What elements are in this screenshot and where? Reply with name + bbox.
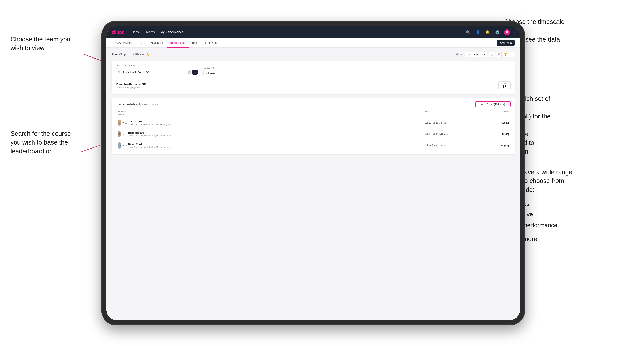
- grid-view-button[interactable]: ⊞: [489, 52, 495, 57]
- avatar: DF: [118, 142, 121, 149]
- player-club: Royal North Devon Golf Club, United King…: [128, 135, 171, 137]
- find-course-label: Find a Golf Course: [116, 64, 200, 67]
- nav-links: Home Teams My Performance: [132, 30, 465, 34]
- heart-icon[interactable]: ♥: [122, 144, 124, 147]
- tee-cell: White (M) (6,744 yds): [425, 133, 478, 135]
- avatar: BM: [118, 131, 121, 137]
- course-search-input[interactable]: [123, 71, 188, 74]
- edit-team-icon[interactable]: ✏️: [146, 53, 150, 56]
- nav-icons: 🔍 👤 🔔 ⚙️ U ▾: [465, 29, 515, 35]
- download-button[interactable]: ⬇: [509, 52, 515, 57]
- nav-home[interactable]: Home: [132, 30, 140, 34]
- player-info: David Ford Royal North Devon Golf Club, …: [128, 143, 425, 148]
- chevron-down-icon: ▾: [484, 53, 485, 56]
- player-info: Josh Coles Royal North Devon Golf Club, …: [128, 120, 425, 126]
- course-result-info: Royal North Devon GC Westward Ho!, Engla…: [116, 83, 146, 89]
- main-content: Team Clippd | 14 Players ✏️ Show: Last 3…: [106, 47, 520, 320]
- player-name: David Ford: [128, 143, 171, 146]
- player-club: Royal North Devon Golf Club, United King…: [128, 146, 171, 148]
- show-period-dropdown[interactable]: Last 3 months ▾: [464, 52, 487, 57]
- tab-pga[interactable]: PGA: [136, 38, 148, 47]
- annotation-top-left: Choose the team you wish to view.: [10, 35, 77, 53]
- table-header: PLAYER NAME TEE SCORE: [116, 110, 511, 117]
- add-team-button[interactable]: Add Team: [497, 40, 515, 46]
- tab-hcaps[interactable]: Hcaps 1-5: [148, 38, 167, 47]
- leaderboard-header: Course Leaderboard, Last 3 months Lowest…: [116, 101, 511, 107]
- show-controls: Show: Last 3 months ▾ ⊞ ☰ 🏆 ⬇: [456, 52, 515, 57]
- view-icons: ⊞ ☰ 🏆 ⬇: [489, 52, 515, 57]
- annotation-middle-left: Search for the courseyou wish to base th…: [10, 129, 71, 156]
- course-finder-card: Find a Golf Course 🔍 ✕ ☆ Select Tee All …: [112, 61, 515, 94]
- player-info: Blair McHarg Royal North Devon Golf Club…: [128, 131, 425, 137]
- tee-select-dropdown[interactable]: All Tees ▾: [203, 70, 238, 76]
- show-label: Show:: [456, 53, 462, 56]
- top-navigation: clippd Home Teams My Performance 🔍 👤 🔔 ⚙…: [106, 26, 520, 38]
- score-cell: 72 (E): [478, 133, 509, 136]
- table-row: JC ♥ 1 Josh Coles Royal North Devon Golf…: [116, 117, 511, 128]
- search-icon[interactable]: 🔍: [465, 29, 471, 35]
- tablet-screen: clippd Home Teams My Performance 🔍 👤 🔔 ⚙…: [106, 26, 520, 320]
- find-course-group: Find a Golf Course 🔍 ✕ ☆: [116, 64, 200, 76]
- score-cell: 73 (+1): [478, 144, 509, 147]
- select-tee-label: Select Tee: [203, 66, 238, 69]
- col-tee: TEE: [425, 110, 478, 115]
- people-icon[interactable]: 👤: [474, 29, 481, 35]
- player-rank-1: JC ♥ 1: [118, 120, 128, 126]
- select-tee-group: Select Tee All Tees ▾: [203, 66, 238, 76]
- table-row: BM ♥ 1 Blair McHarg Royal North Devon Go…: [116, 128, 511, 140]
- course-result-location: Westward Ho!, England: [116, 86, 146, 89]
- score-type-dropdown[interactable]: Lowest Score (18 holes) ▾: [475, 101, 511, 107]
- rank-number: 1: [125, 133, 128, 136]
- app-logo: clippd: [112, 29, 124, 35]
- team-title: Team Clippd | 14 Players ✏️: [112, 53, 150, 56]
- tee-chevron-icon: ▾: [234, 72, 236, 75]
- course-result-name: Royal North Devon GC: [116, 83, 146, 86]
- team-header-row: Team Clippd | 14 Players ✏️ Show: Last 3…: [112, 52, 515, 57]
- tab-team-clippd[interactable]: Team Clippd: [167, 38, 189, 47]
- avatar: JC: [118, 120, 121, 126]
- settings-icon[interactable]: ⚙️: [494, 29, 500, 35]
- sub-navigation: PGAT Players PGA Hcaps 1-5 Team Clippd T…: [106, 38, 520, 47]
- col-player: PLAYER NAME: [118, 110, 128, 115]
- nav-my-performance[interactable]: My Performance: [160, 30, 184, 34]
- holes-label: Holes: [501, 83, 508, 85]
- player-name: Blair McHarg: [128, 131, 171, 134]
- tab-pgat-players[interactable]: PGAT Players: [112, 38, 136, 47]
- favorite-button[interactable]: ☆: [192, 70, 198, 75]
- col-score: SCORE: [478, 110, 509, 115]
- bell-icon[interactable]: 🔔: [484, 29, 491, 35]
- tee-cell: White (M) (6,744 yds): [425, 121, 478, 124]
- course-finder-row: Find a Golf Course 🔍 ✕ ☆ Select Tee All …: [116, 64, 511, 76]
- rank-number: 1: [125, 121, 128, 124]
- score-cell: 72 (E): [478, 121, 509, 124]
- clear-search-button[interactable]: ✕: [188, 70, 191, 74]
- leaderboard-card: Course Leaderboard, Last 3 months Lowest…: [112, 98, 515, 155]
- leaderboard-table: PLAYER NAME TEE SCORE JC ♥ 1: [116, 110, 511, 151]
- trophy-view-button[interactable]: 🏆: [502, 52, 508, 57]
- heart-icon[interactable]: ♥: [122, 121, 124, 124]
- course-search-input-wrap[interactable]: 🔍 ✕ ☆: [116, 68, 200, 76]
- leaderboard-title: Course Leaderboard, Last 3 months: [116, 103, 158, 106]
- user-avatar[interactable]: U: [504, 29, 510, 35]
- list-view-button[interactable]: ☰: [496, 52, 502, 57]
- tee-cell: White (M) (6,744 yds): [425, 144, 478, 147]
- rank-number: 3: [125, 144, 128, 147]
- table-row: DF ♥ 3 David Ford Royal North Devon Golf…: [116, 140, 511, 151]
- tablet-device: clippd Home Teams My Performance 🔍 👤 🔔 ⚙…: [102, 21, 525, 325]
- player-club: Royal North Devon Golf Club, United King…: [128, 123, 171, 126]
- tab-tour[interactable]: Tour: [189, 38, 200, 47]
- heart-icon[interactable]: ♥: [122, 133, 124, 135]
- tab-all-players[interactable]: All Players: [200, 38, 220, 47]
- player-rank-2: BM ♥ 1: [118, 131, 128, 137]
- holes-badge: Holes 18: [498, 81, 511, 90]
- nav-teams[interactable]: Teams: [146, 30, 155, 34]
- player-name: Josh Coles: [128, 120, 171, 123]
- search-icon: 🔍: [118, 71, 122, 74]
- col-player-spacer: [128, 110, 425, 115]
- avatar-chevron-icon[interactable]: ▾: [514, 30, 515, 34]
- holes-value: 18: [501, 85, 508, 89]
- course-result-row: Royal North Devon GC Westward Ho!, Engla…: [116, 79, 511, 91]
- score-type-chevron-icon: ▾: [506, 103, 508, 106]
- player-rank-3: DF ♥ 3: [118, 142, 128, 149]
